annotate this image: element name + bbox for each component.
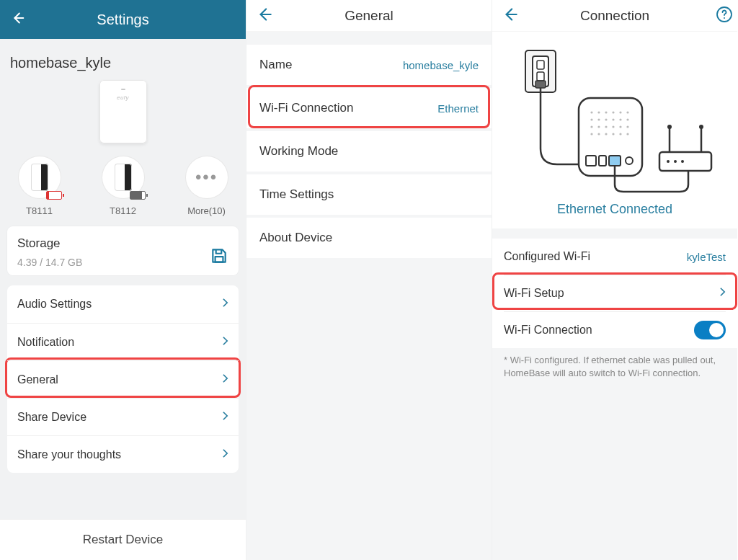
wifi-connection-toggle-row[interactable]: Wi-Fi Connection xyxy=(492,312,737,348)
svg-point-20 xyxy=(605,118,607,120)
page-title: Settings xyxy=(97,12,148,28)
svg-point-19 xyxy=(597,118,600,120)
svg-point-14 xyxy=(605,111,607,113)
storage-value: 4.39 / 14.7 GB xyxy=(17,257,228,268)
general-screen: General Name homebase_kyle Wi-Fi Connect… xyxy=(246,0,492,560)
device-grid: T8111 T8112 ••• More(10) xyxy=(0,156,246,216)
svg-point-44 xyxy=(699,125,703,129)
settings-list: Audio Settings Notification General Shar… xyxy=(7,285,239,473)
wifi-note: * Wi-Fi configured. If ethernet cable wa… xyxy=(492,348,737,380)
device-item[interactable]: T8112 xyxy=(94,156,152,216)
svg-point-32 xyxy=(605,133,607,135)
row-label: Wi-Fi Connection xyxy=(504,324,592,337)
homebase-image xyxy=(0,76,246,148)
about-device-row[interactable]: About Device xyxy=(246,218,492,258)
row-value: kyleTest xyxy=(687,251,726,263)
back-icon[interactable] xyxy=(501,5,520,27)
svg-point-24 xyxy=(590,125,592,128)
back-icon[interactable] xyxy=(255,5,274,27)
svg-point-29 xyxy=(626,125,628,128)
svg-point-18 xyxy=(590,118,592,120)
working-mode-row[interactable]: Working Mode xyxy=(246,131,492,172)
svg-rect-1 xyxy=(215,257,223,262)
configured-wifi-row[interactable]: Configured Wi-Fi kyleTest xyxy=(492,239,737,275)
svg-point-33 xyxy=(612,133,614,135)
wifi-setup-row[interactable]: Wi-Fi Setup xyxy=(492,275,737,311)
chevron-right-icon xyxy=(222,411,228,424)
connection-header: Connection xyxy=(492,0,737,32)
settings-header: Settings xyxy=(0,0,246,39)
svg-point-23 xyxy=(626,118,628,120)
row-label: Time Settings xyxy=(259,187,334,202)
svg-point-5 xyxy=(724,17,725,19)
row-label: Working Mode xyxy=(259,144,338,159)
connection-illustration: Ethernet Connected xyxy=(492,32,737,228)
svg-point-22 xyxy=(619,118,621,120)
connection-status: Ethernet Connected xyxy=(492,202,737,217)
help-icon[interactable] xyxy=(716,6,733,26)
svg-rect-36 xyxy=(586,156,596,166)
general-row[interactable]: General xyxy=(7,360,239,398)
row-label: Share your thoughts xyxy=(17,448,121,461)
svg-point-35 xyxy=(626,133,628,135)
row-label: Audio Settings xyxy=(17,298,92,311)
row-value: homebase_kyle xyxy=(403,59,479,71)
row-value: Ethernet xyxy=(437,102,479,115)
general-header: General xyxy=(246,0,492,32)
row-label: Name xyxy=(259,58,292,72)
svg-point-26 xyxy=(605,125,607,128)
battery-full-icon xyxy=(130,191,146,200)
svg-point-34 xyxy=(619,133,621,135)
svg-rect-38 xyxy=(609,156,621,166)
restart-label: Restart Device xyxy=(83,533,163,547)
back-icon[interactable] xyxy=(10,10,26,29)
wifi-connection-row[interactable]: Wi-Fi Connection Ethernet xyxy=(246,88,492,128)
svg-point-47 xyxy=(681,160,684,163)
svg-point-46 xyxy=(674,160,677,163)
more-devices[interactable]: ••• More(10) xyxy=(178,156,236,216)
audio-settings-row[interactable]: Audio Settings xyxy=(7,285,239,323)
svg-point-30 xyxy=(590,133,592,135)
storage-title: Storage xyxy=(17,236,228,251)
device-label: T8112 xyxy=(110,205,136,216)
connection-list: Configured Wi-Fi kyleTest Wi-Fi Setup Wi… xyxy=(492,239,737,348)
more-icon: ••• xyxy=(186,156,228,198)
svg-point-25 xyxy=(597,125,600,128)
ethernet-illustration-icon xyxy=(507,40,723,199)
row-label: About Device xyxy=(259,231,332,245)
share-device-row[interactable]: Share Device xyxy=(7,398,239,435)
row-label: Configured Wi-Fi xyxy=(504,250,590,263)
share-thoughts-row[interactable]: Share your thoughts xyxy=(7,435,239,473)
connection-screen: Connection xyxy=(492,0,737,560)
storage-card[interactable]: Storage 4.39 / 14.7 GB xyxy=(7,226,239,275)
general-list: Name homebase_kyle Wi-Fi Connection Ethe… xyxy=(246,45,492,258)
time-settings-row[interactable]: Time Settings xyxy=(246,174,492,215)
svg-point-31 xyxy=(597,133,600,135)
chevron-right-icon xyxy=(222,448,228,461)
device-label: T8111 xyxy=(26,205,53,216)
svg-point-27 xyxy=(612,125,614,128)
svg-point-45 xyxy=(667,160,670,163)
save-icon xyxy=(210,246,228,268)
row-label: Notification xyxy=(17,336,74,349)
row-label: Wi-Fi Connection xyxy=(259,101,353,115)
toggle-on-icon[interactable] xyxy=(694,321,726,339)
chevron-right-icon xyxy=(222,298,228,311)
row-label: Share Device xyxy=(17,411,86,424)
restart-button[interactable]: Restart Device xyxy=(0,520,246,560)
page-title: Connection xyxy=(580,8,649,24)
svg-point-42 xyxy=(667,125,672,129)
svg-point-17 xyxy=(626,111,628,113)
svg-rect-37 xyxy=(599,156,606,166)
row-label: General xyxy=(17,373,58,386)
row-label: Wi-Fi Setup xyxy=(504,287,564,300)
svg-point-39 xyxy=(626,157,633,164)
svg-rect-10 xyxy=(535,81,546,88)
name-row[interactable]: Name homebase_kyle xyxy=(246,45,492,85)
battery-low-icon xyxy=(46,191,62,200)
device-item[interactable]: T8111 xyxy=(11,156,68,216)
device-name: homebase_kyle xyxy=(0,39,246,76)
notification-row[interactable]: Notification xyxy=(7,323,239,360)
svg-point-28 xyxy=(619,125,621,128)
svg-point-16 xyxy=(619,111,621,113)
